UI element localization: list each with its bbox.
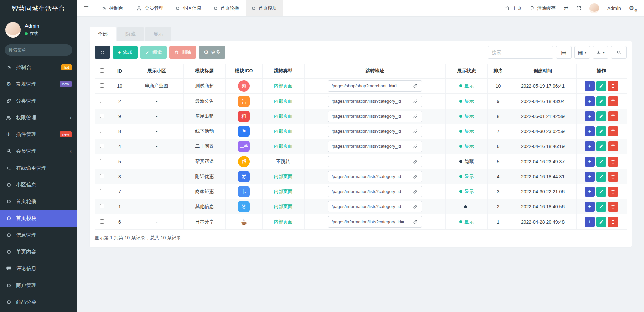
sidebar-item-comments[interactable]: 评论信息 (0, 260, 77, 277)
move-button[interactable]: + (585, 157, 595, 167)
tab-home-carousel[interactable]: 首页轮播 (208, 0, 246, 16)
topbar-username[interactable]: Admin (607, 6, 621, 11)
sidebar-item-product-category[interactable]: 商品分类 (0, 294, 77, 310)
jump-url-input[interactable] (328, 111, 409, 122)
delete-row-button[interactable] (608, 172, 618, 182)
export-dropdown-button[interactable]: ▾ (593, 46, 608, 59)
sidebar-item-general[interactable]: ⚙ 常规管理 new (0, 76, 77, 92)
link-button[interactable] (409, 186, 422, 197)
row-checkbox[interactable] (100, 159, 104, 163)
filter-tab-hidden[interactable]: 隐藏 (117, 27, 144, 41)
jump-url-input[interactable] (328, 141, 409, 152)
sidebar-item-members[interactable]: 会员管理 ‹ (0, 143, 77, 160)
add-button[interactable]: +添加 (113, 46, 138, 59)
row-checkbox[interactable] (100, 174, 104, 178)
delete-row-button[interactable] (608, 187, 618, 197)
sidebar-item-permissions[interactable]: 权限管理 ‹ (0, 109, 77, 126)
sidebar-item-merchants[interactable]: 商户管理 (0, 277, 77, 294)
move-button[interactable]: + (585, 81, 595, 91)
link-button[interactable] (409, 156, 422, 167)
row-checkbox[interactable] (100, 219, 104, 224)
edit-row-button[interactable] (596, 141, 606, 151)
move-button[interactable]: + (585, 217, 595, 227)
edit-row-button[interactable] (596, 202, 606, 212)
edit-row-button[interactable] (596, 187, 606, 197)
jump-url-input[interactable] (328, 96, 409, 107)
sidebar-item-community-info[interactable]: 小区信息 (0, 176, 77, 193)
row-checkbox[interactable] (100, 204, 104, 208)
move-button[interactable]: + (585, 202, 595, 212)
language-toggle[interactable]: ⇄ (564, 6, 568, 11)
delete-row-button[interactable] (608, 96, 618, 106)
jump-url-input[interactable] (328, 216, 409, 228)
delete-row-button[interactable] (608, 81, 618, 91)
row-checkbox[interactable] (100, 83, 104, 88)
delete-button[interactable]: 删除 (169, 46, 196, 59)
delete-row-button[interactable] (608, 141, 618, 151)
sidebar-item-dashboard[interactable]: 控制台 hot (0, 59, 77, 76)
delete-row-button[interactable] (608, 202, 618, 212)
delete-row-button[interactable] (608, 126, 618, 136)
home-link[interactable]: 主页 (505, 5, 522, 11)
edit-row-button[interactable] (596, 111, 606, 121)
fullscreen-button[interactable] (576, 6, 581, 11)
jump-url-input[interactable] (328, 126, 409, 137)
sidebar-item-plugins[interactable]: ✈ 插件管理 new (0, 126, 77, 143)
edit-row-button[interactable] (596, 96, 606, 106)
sidebar-item-single-page[interactable]: 单页内容 (0, 243, 77, 260)
row-checkbox[interactable] (100, 129, 104, 133)
list-view-button[interactable]: ▤ (556, 46, 572, 59)
tab-home-modules[interactable]: 首页模块 (246, 0, 283, 16)
link-button[interactable] (409, 111, 422, 122)
clear-cache-link[interactable]: 清除缓存 (530, 5, 556, 11)
sidebar-item-home-carousel[interactable]: 首页轮播 (0, 193, 77, 210)
more-button[interactable]: ⚙更多 (199, 46, 225, 59)
sidebar-item-commands[interactable]: 在线命令管理 (0, 160, 77, 176)
delete-row-button[interactable] (608, 111, 618, 121)
move-button[interactable]: + (585, 111, 595, 121)
link-button[interactable] (409, 201, 422, 212)
jump-url-input[interactable] (328, 171, 409, 182)
columns-dropdown-button[interactable]: ▦▾ (574, 46, 590, 59)
link-button[interactable] (409, 96, 422, 107)
edit-row-button[interactable] (596, 81, 606, 91)
toggle-search-button[interactable] (611, 46, 627, 59)
link-button[interactable] (409, 141, 422, 152)
edit-row-button[interactable] (596, 126, 606, 136)
link-button[interactable] (409, 126, 422, 137)
row-checkbox[interactable] (100, 114, 104, 118)
link-button[interactable] (409, 171, 422, 182)
edit-row-button[interactable] (596, 172, 606, 182)
refresh-button[interactable] (95, 46, 110, 59)
row-checkbox[interactable] (100, 189, 104, 193)
tab-dashboard[interactable]: 控制台 (95, 0, 130, 16)
jump-url-input[interactable] (328, 186, 409, 197)
delete-row-button[interactable] (608, 217, 618, 227)
menu-search-input[interactable] (9, 48, 68, 53)
hamburger-menu-icon[interactable]: ☰ (77, 5, 95, 12)
filter-tab-shown[interactable]: 显示 (145, 27, 171, 41)
edit-button[interactable]: 编辑 (140, 46, 167, 59)
move-button[interactable]: + (585, 126, 595, 136)
jump-url-input[interactable] (328, 201, 409, 212)
link-button[interactable] (409, 216, 422, 228)
link-button[interactable] (409, 80, 422, 92)
tab-members[interactable]: 会员管理 (130, 0, 170, 16)
edit-row-button[interactable] (596, 157, 606, 167)
edit-row-button[interactable] (596, 217, 606, 227)
select-all-checkbox[interactable] (100, 68, 104, 73)
row-checkbox[interactable] (100, 144, 104, 148)
delete-row-button[interactable] (608, 157, 618, 167)
sidebar-item-home-modules[interactable]: 首页模块 (0, 210, 77, 227)
row-checkbox[interactable] (100, 99, 104, 103)
jump-url-input[interactable] (328, 80, 409, 92)
settings-gears-icon[interactable]: ⚙⚙ (629, 5, 637, 12)
move-button[interactable]: + (585, 96, 595, 106)
sidebar-item-info-manage[interactable]: 信息管理 (0, 227, 77, 243)
topbar-avatar[interactable] (589, 3, 599, 13)
jump-url-input[interactable] (328, 156, 409, 167)
tab-community-info[interactable]: 小区信息 (170, 0, 208, 16)
move-button[interactable]: + (585, 187, 595, 197)
move-button[interactable]: + (585, 141, 595, 151)
move-button[interactable]: + (585, 172, 595, 182)
